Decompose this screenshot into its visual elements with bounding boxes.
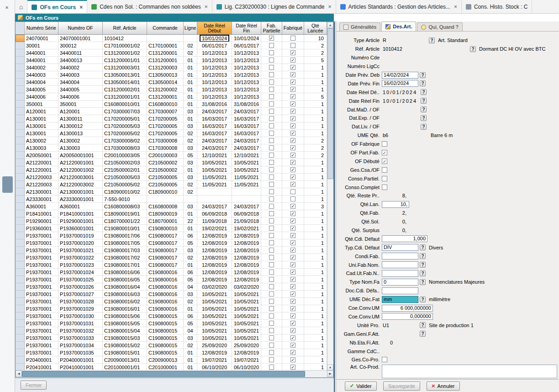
cell[interactable]: 03 [184, 159, 197, 166]
table-row[interactable]: P19370001P19370001027C190800016/03C19080… [16, 291, 327, 298]
cell[interactable]: 12/08/2019 [232, 254, 261, 261]
cell[interactable]: 3440002 [25, 64, 58, 71]
unchecked-checkbox-icon[interactable] [269, 145, 274, 150]
checked-checkbox-icon[interactable]: ✓ [290, 226, 295, 231]
row-selector[interactable] [16, 283, 25, 291]
field-value[interactable] [382, 270, 418, 277]
fabrique-checkbox-cell[interactable]: ✓ [282, 313, 304, 320]
cell[interactable]: 10/12/2013 [232, 79, 261, 86]
cell[interactable]: 1 [304, 64, 327, 71]
cell[interactable]: A21220001 [25, 159, 58, 166]
checked-checkbox-icon[interactable]: ✓ [290, 116, 295, 121]
fabrique-checkbox-cell[interactable] [282, 42, 304, 49]
fabrique-checkbox-cell[interactable]: ✓ [282, 225, 304, 232]
cell[interactable]: 02 [184, 342, 197, 349]
column-header[interactable]: Fabriqué [282, 22, 304, 35]
cell[interactable]: 1 [304, 283, 327, 291]
cell[interactable]: C190800010 [147, 225, 184, 232]
cell[interactable]: 04 [184, 327, 197, 334]
help-button[interactable]: ? [420, 270, 426, 276]
table-row[interactable]: P19360001P19360001001C190800010/01C19080… [16, 225, 327, 232]
row-selector[interactable] [16, 159, 25, 166]
row-selector[interactable] [16, 305, 25, 313]
field-value[interactable] [382, 253, 418, 260]
table-row[interactable]: A21220001A21220001002C210500002/01C21050… [16, 166, 327, 174]
cell[interactable]: 24/03/2017 [232, 108, 261, 115]
cell[interactable]: 01 [184, 93, 197, 101]
cell[interactable]: 01 [184, 64, 197, 71]
cell[interactable]: C190800015 [147, 327, 184, 334]
cell[interactable]: 1010412 [103, 35, 147, 42]
cell[interactable]: 03 [184, 247, 197, 254]
cell[interactable]: 10/12/2013 [197, 57, 232, 64]
unchecked-checkbox-icon[interactable] [382, 176, 387, 181]
horizontal-scroll-thumb[interactable] [22, 371, 305, 377]
table-row[interactable]: A21220001A21220001001C210500002/03C21050… [16, 159, 327, 166]
cell[interactable]: A21300001001 [58, 188, 103, 196]
checked-checkbox-icon[interactable]: ✓ [290, 211, 295, 216]
fabrique-checkbox-cell[interactable]: ✓ [282, 269, 304, 276]
fab-partielle-checkbox-cell[interactable] [261, 159, 282, 166]
fab-partielle-checkbox-cell[interactable] [261, 122, 282, 130]
cell[interactable]: 1 [304, 320, 327, 327]
cell[interactable]: C180700001 [147, 217, 184, 225]
fabrique-checkbox-cell[interactable]: ✓ [282, 239, 304, 247]
column-header[interactable]: Réf. Article [103, 22, 147, 35]
row-selector[interactable] [16, 276, 25, 283]
cell[interactable]: 1 [304, 196, 327, 203]
cell[interactable]: 12/08/2019 [197, 269, 232, 276]
checked-checkbox-icon[interactable]: ✓ [290, 350, 295, 355]
cell[interactable]: C190800017 [147, 247, 184, 254]
cell[interactable]: 10/05/2021 [232, 313, 261, 320]
fabrique-checkbox-cell[interactable]: ✓ [282, 174, 304, 181]
cell[interactable]: C190800015 [147, 334, 184, 342]
table-row[interactable]: P19370001P19370001028C190800016/02C19080… [16, 298, 327, 305]
cell[interactable]: 06 [184, 232, 197, 239]
cell[interactable]: 1 [304, 247, 327, 254]
unchecked-checkbox-icon[interactable] [269, 138, 274, 143]
scroll-left-icon[interactable]: ◀ [16, 371, 22, 377]
cell[interactable]: 1 [304, 276, 327, 283]
cell[interactable]: P19370001 [25, 283, 58, 291]
cell[interactable]: 04 [184, 283, 197, 291]
cell[interactable]: 02 [184, 137, 197, 144]
table-row[interactable]: 344000134400013C131200001/01C13120000101… [16, 57, 327, 64]
row-selector[interactable] [16, 71, 25, 79]
fabrique-checkbox-cell[interactable]: ✓ [282, 181, 304, 188]
annuler-button[interactable]: × Annuler [427, 381, 460, 391]
cell[interactable]: C131200001 [147, 93, 184, 101]
table-row[interactable]: P19370001P19370001021C190800017/03C19080… [16, 247, 327, 254]
cell[interactable]: 16/03/2017 [197, 130, 232, 137]
cell[interactable]: 10/12/2013 [197, 79, 232, 86]
column-header[interactable]: Ligne [184, 22, 197, 35]
unchecked-checkbox-icon[interactable] [269, 284, 274, 289]
cell[interactable]: 02 [184, 181, 197, 188]
unchecked-checkbox-icon[interactable] [269, 211, 274, 216]
cell[interactable]: A20050001001 [58, 152, 103, 159]
unchecked-checkbox-icon[interactable] [269, 58, 274, 63]
table-row[interactable]: P19370001P19370001022C190800017/02C19080… [16, 254, 327, 261]
unchecked-checkbox-icon[interactable] [269, 167, 274, 172]
unchecked-checkbox-icon[interactable] [269, 189, 274, 194]
help-button[interactable]: ? [420, 331, 426, 337]
row-selector[interactable] [16, 101, 25, 108]
cell[interactable]: 01 [184, 210, 197, 217]
cell[interactable]: C190800015/01 [103, 349, 147, 356]
cell[interactable] [232, 188, 261, 196]
cell[interactable]: P19370001028 [58, 298, 103, 305]
cell[interactable]: P20400001001 [58, 356, 103, 364]
help-button[interactable]: ? [421, 98, 427, 104]
cell[interactable]: C170300008/02 [103, 137, 147, 144]
fab-partielle-checkbox-cell[interactable] [261, 291, 282, 298]
fab-partielle-checkbox-cell[interactable] [261, 166, 282, 174]
cell[interactable]: 12/08/2019 [197, 276, 232, 283]
cell[interactable]: 01 [184, 86, 197, 93]
table-row[interactable]: A130003A130003C170300008/03C170300008032… [16, 144, 327, 152]
field-value[interactable]: 1,000 [382, 235, 427, 242]
row-selector[interactable] [16, 188, 25, 196]
horizontal-scrollbar[interactable]: ◀ ▶ [16, 370, 333, 377]
cell[interactable]: C190800015 [147, 320, 184, 327]
row-selector[interactable] [16, 217, 25, 225]
checked-checkbox-icon[interactable]: ✓ [290, 299, 295, 304]
cell[interactable]: 02 [184, 254, 197, 261]
